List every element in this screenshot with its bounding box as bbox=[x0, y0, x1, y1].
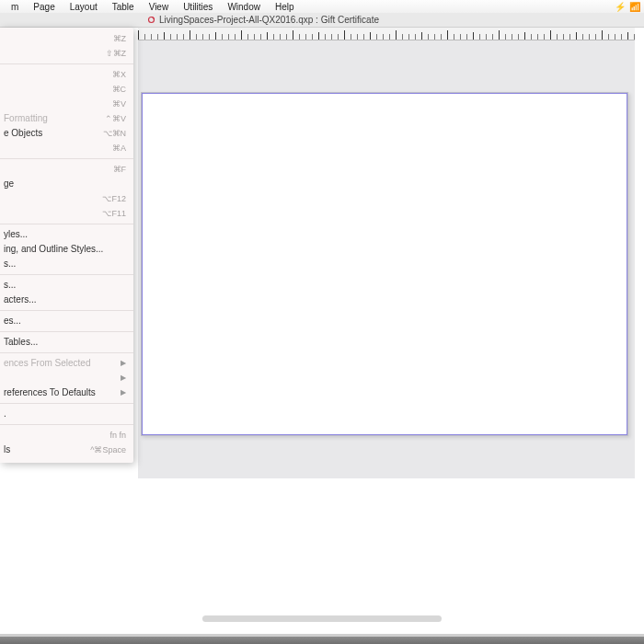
menu-separator bbox=[0, 403, 133, 404]
menu-item-dots[interactable]: . bbox=[0, 407, 133, 421]
menu-conditional-styles[interactable]: s... bbox=[0, 257, 133, 271]
menu-copy: ⌘C bbox=[0, 82, 133, 97]
menu-paste: ⌘V bbox=[0, 97, 133, 111]
menu-separator bbox=[0, 331, 133, 332]
menu-table[interactable]: Table bbox=[105, 2, 142, 12]
menu-view[interactable]: View bbox=[142, 2, 177, 12]
menu-emoji-symbols[interactable]: ls^⌘Space bbox=[0, 443, 133, 457]
menu-bullet-numbering-outline-styles[interactable]: ing, and Outline Styles... bbox=[0, 242, 133, 257]
edit-menu-dropdown: ⌘Z ⇧⌘Z ⌘X ⌘C ⌘V Formatting⌃⌘V e Objects⌥… bbox=[0, 28, 133, 463]
menu-separator bbox=[0, 424, 133, 425]
dock-shelf bbox=[0, 637, 644, 644]
menu-revert-preferences-to-defaults[interactable]: references To Defaults bbox=[0, 385, 133, 400]
horizontal-scrollbar[interactable] bbox=[202, 615, 442, 622]
menu-separator bbox=[0, 158, 133, 159]
menu-cut: ⌘X bbox=[0, 67, 133, 82]
menu-color-setups[interactable]: s... bbox=[0, 278, 133, 293]
menu-separator bbox=[0, 63, 133, 64]
menu-window[interactable]: Window bbox=[220, 2, 268, 12]
menu-redo: ⇧⌘Z bbox=[0, 46, 133, 61]
menu-paste-as-native-objects[interactable]: e Objects⌥⌘N bbox=[0, 126, 133, 141]
menubar: m Page Layout Table View Utilities Windo… bbox=[0, 0, 644, 13]
document-tab-bar: LivingSpaces-Project-All-QX2016.qxp : Gi… bbox=[0, 13, 644, 28]
menu-separator bbox=[0, 274, 133, 275]
menu-m[interactable]: m bbox=[4, 2, 26, 12]
menu-page[interactable]: Page bbox=[26, 2, 62, 12]
menu-undo[interactable]: ⌘Z bbox=[0, 31, 133, 46]
menu-paste-without-formatting: Formatting⌃⌘V bbox=[0, 111, 133, 126]
menu-item-styles[interactable]: yles... bbox=[0, 227, 133, 242]
menu-help[interactable]: Help bbox=[268, 2, 302, 12]
document-tab-icon bbox=[147, 16, 155, 24]
menu-next[interactable]: ⌥F11 bbox=[0, 206, 133, 221]
page-canvas[interactable] bbox=[141, 92, 628, 436]
menu-update-preferences-from-selected: ences From Selected bbox=[0, 356, 133, 371]
pasteboard[interactable] bbox=[138, 40, 635, 478]
menu-item-find-change[interactable]: ge bbox=[0, 177, 133, 191]
menu-special-characters[interactable]: acters... bbox=[0, 293, 133, 307]
menu-inline-tables[interactable]: Tables... bbox=[0, 335, 133, 350]
menu-select-all: ⌘A bbox=[0, 141, 133, 155]
menu-apply-preferences-to-all[interactable] bbox=[0, 371, 133, 385]
menu-utilities[interactable]: Utilities bbox=[176, 2, 220, 12]
menu-start-dictation[interactable]: fn fn bbox=[0, 428, 133, 443]
menu-callout-styles[interactable]: es... bbox=[0, 314, 133, 328]
status-icon: ⚡ bbox=[615, 2, 626, 12]
menu-separator bbox=[0, 352, 133, 353]
workarea: ⌘Z ⇧⌘Z ⌘X ⌘C ⌘V Formatting⌃⌘V e Objects⌥… bbox=[0, 28, 644, 644]
menu-prev[interactable]: ⌥F12 bbox=[0, 191, 133, 206]
margin-guides bbox=[142, 93, 627, 435]
document-tab-title[interactable]: LivingSpaces-Project-All-QX2016.qxp : Gi… bbox=[159, 15, 379, 25]
menu-find[interactable]: ⌘F bbox=[0, 162, 133, 177]
menu-separator bbox=[0, 310, 133, 311]
horizontal-ruler[interactable] bbox=[138, 28, 635, 40]
menu-separator bbox=[0, 224, 133, 224]
status-icon: 📶 bbox=[629, 2, 640, 12]
menu-layout[interactable]: Layout bbox=[63, 2, 105, 12]
